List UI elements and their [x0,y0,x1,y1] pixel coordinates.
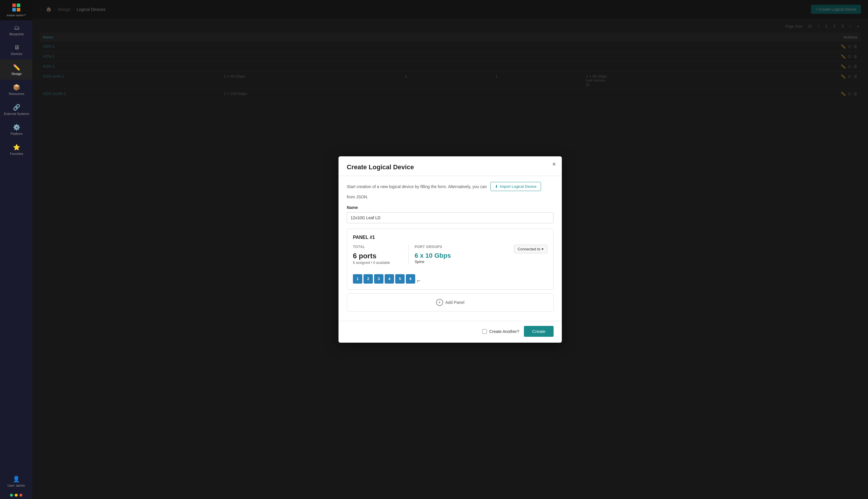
modal-header: Create Logical Device × [339,156,562,176]
add-panel-row[interactable]: + Add Panel [347,293,553,312]
port-slot-6[interactable]: 6 [406,274,415,283]
modal-body: Start creation of a new logical device b… [339,176,562,321]
panel-box: PANEL #1 TOTAL 6 ports 6 assigned • 0 av… [347,229,553,290]
panel-col-pg: PORT GROUPS 6 x 10 Gbps Spine [409,245,514,265]
modal-close-button[interactable]: × [552,161,556,168]
import-button-label: Import Logical Device [500,184,537,189]
port-slot-5[interactable]: 5 [395,274,405,283]
sidebar-user: 👤 User: admin [0,471,32,491]
port-slots: 1 2 3 4 5 6 ⌐ [353,274,547,283]
status-dots [0,491,32,499]
create-another-row: Create Another? [482,329,519,334]
sidebar-item-favorites[interactable]: ⭐ Favorites [0,139,32,160]
main-content: ☆ 🏠 › Design › Logical Devices + Create … [32,0,868,499]
sidebar-item-design[interactable]: ✏️ Design [0,60,32,80]
sidebar-label-favorites: Favorites [10,152,23,156]
create-button[interactable]: Create [524,326,553,337]
port-slot-3[interactable]: 3 [374,274,383,283]
sidebar-label-resources: Resources [9,92,24,96]
import-suffix: from JSON. [347,195,368,199]
create-another-checkbox[interactable] [482,329,487,334]
port-slot-2[interactable]: 2 [364,274,373,283]
connected-to-label: Connected to [518,247,540,251]
name-input[interactable] [347,212,553,223]
ports-count: 6 ports [353,252,403,260]
logo-dot-orange [17,8,20,11]
ports-assigned: 6 assigned • 0 available [353,261,403,265]
logo-grid [12,3,20,11]
panel-col-total: TOTAL 6 ports 6 assigned • 0 available [353,245,409,265]
status-dot-yellow [15,494,17,497]
import-icon: ⬇ [495,184,498,189]
external-systems-icon: 🔗 [13,104,20,111]
panel-data-cols: TOTAL 6 ports 6 assigned • 0 available P… [353,245,514,265]
pg-label: PORT GROUPS [415,245,514,249]
logo-dot-green [17,3,20,7]
app-logo: Juniper Apstra™ [0,0,32,20]
port-slot-4[interactable]: 4 [384,274,394,283]
modal-footer: Create Another? Create [339,321,562,343]
panel-top-row: TOTAL 6 ports 6 assigned • 0 available P… [353,245,547,269]
sidebar-label-devices: Devices [11,52,22,56]
sidebar-label-blueprints: Blueprints [9,32,24,36]
sidebar-item-devices[interactable]: 🖥 Devices [0,40,32,60]
add-panel-circle-icon: + [436,299,443,306]
sidebar-bottom: 👤 User: admin [0,471,32,499]
resources-icon: 📦 [13,84,20,91]
status-dot-green [10,494,13,497]
platform-icon: ⚙️ [13,124,20,131]
favorites-icon: ⭐ [13,144,20,151]
modal-title: Create Logical Device [347,163,553,171]
connected-to-button[interactable]: Connected to ▾ [514,245,547,253]
create-logical-device-modal: Create Logical Device × Start creation o… [339,156,562,343]
modal-overlay: Create Logical Device × Start creation o… [32,0,868,499]
port-slot-1[interactable]: 1 [353,274,362,283]
sidebar-label-external-systems: External Systems [4,112,29,115]
pg-type: Spine [415,259,514,264]
devices-icon: 🖥 [14,44,20,51]
sidebar: Juniper Apstra™ 🗂 Blueprints 🖥 Devices ✏… [0,0,32,499]
logo-dot-blue [12,8,16,11]
sidebar-label-platform: Platform [11,132,23,135]
sidebar-item-platform[interactable]: ⚙️ Platform [0,120,32,139]
chevron-down-icon: ▾ [541,247,543,251]
sidebar-item-external-systems[interactable]: 🔗 External Systems [0,100,32,120]
design-icon: ✏️ [13,64,20,71]
user-icon: 👤 [13,475,20,483]
import-row: Start creation of a new logical device b… [347,182,553,199]
status-dot-red [20,494,22,497]
add-panel-button[interactable]: + Add Panel [436,299,465,306]
sidebar-label-design: Design [11,72,22,75]
name-label: Name [347,205,553,210]
sidebar-item-resources[interactable]: 📦 Resources [0,80,32,100]
pg-speed: 6 x 10 Gbps [415,252,514,259]
port-bracket: ⌐ [417,278,420,283]
total-label: TOTAL [353,245,403,249]
logo-dot-red [12,3,16,7]
add-panel-label: Add Panel [445,300,465,305]
blueprints-icon: 🗂 [14,24,20,31]
app-name: Juniper Apstra™ [7,14,26,17]
create-another-label: Create Another? [489,329,519,334]
import-description: Start creation of a new logical device b… [347,184,487,189]
user-label: User: admin [7,484,25,487]
import-logical-device-button[interactable]: ⬇ Import Logical Device [490,182,541,191]
sidebar-item-blueprints[interactable]: 🗂 Blueprints [0,20,32,40]
panel-title: PANEL #1 [353,235,547,240]
